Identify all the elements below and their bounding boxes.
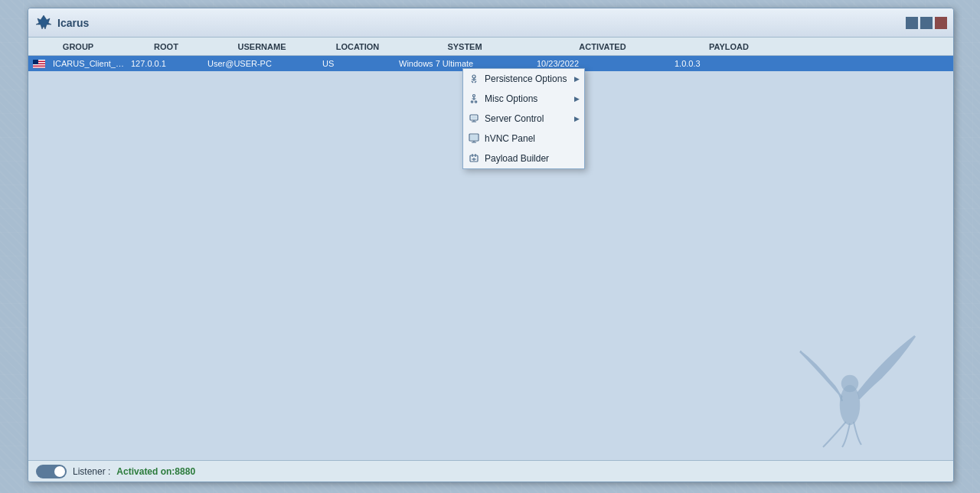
col-header-root: ROOT [128, 42, 204, 51]
persistence-options-label: Persistence Options [485, 73, 570, 84]
server-control-label: Server Control [485, 113, 570, 124]
misc-options-arrow: ▶ [574, 95, 580, 103]
row-flag [28, 60, 50, 68]
listener-toggle[interactable] [36, 465, 67, 478]
window-maximize-btn[interactable] [920, 17, 933, 29]
main-window: Icarus GROUP ROOT USERNAME LOCATION SYST… [28, 8, 954, 482]
row-username: User@USER-PC [204, 59, 319, 68]
server-control-arrow: ▶ [574, 115, 580, 122]
col-header-username: USERNAME [204, 42, 319, 51]
svg-point-14 [471, 101, 472, 103]
listener-status: Activated on:8880 [116, 466, 195, 477]
row-root: 127.0.0.1 [128, 59, 204, 68]
menu-item-payload-builder[interactable]: Payload Builder [463, 149, 584, 168]
context-menu: Persistence Options ▶ Misc Options ▶ [462, 68, 585, 169]
col-header-payload: PAYLOAD [671, 42, 786, 51]
row-activated: 10/23/2022 [534, 59, 671, 68]
svg-line-10 [475, 81, 476, 83]
svg-rect-3 [33, 64, 45, 66]
table-header: GROUP ROOT USERNAME LOCATION SYSTEM ACTI… [28, 38, 953, 56]
col-header-activated: ACTIVATED [534, 42, 671, 51]
menu-item-misc-options[interactable]: Misc Options ▶ [463, 89, 584, 109]
col-header-location: LOCATION [319, 42, 396, 51]
svg-point-30 [842, 376, 858, 391]
watermark-logo [792, 328, 930, 451]
col-header-group: GROUP [28, 42, 128, 51]
title-bar: Icarus [28, 8, 953, 38]
listener-label: Listener : [73, 466, 110, 477]
row-payload: 1.0.0.3 [671, 59, 786, 68]
svg-rect-5 [33, 60, 38, 64]
payload-builder-icon [468, 152, 480, 165]
window-minimize-btn[interactable] [906, 17, 918, 29]
menu-item-server-control[interactable]: Server Control ▶ [463, 109, 584, 129]
app-logo: Icarus [34, 14, 89, 32]
payload-builder-label: Payload Builder [485, 153, 580, 164]
row-system: Windows 7 Ultimate [396, 59, 534, 68]
window-close-btn[interactable] [935, 17, 947, 29]
misc-options-label: Misc Options [485, 93, 570, 104]
icarus-logo-icon [34, 14, 53, 32]
svg-rect-4 [33, 67, 45, 68]
status-bar: Listener : Activated on:8880 [28, 460, 953, 482]
misc-options-icon [468, 93, 480, 105]
row-group: ICARUS_Client_88935 [50, 59, 128, 68]
svg-rect-19 [472, 116, 477, 119]
col-header-system: SYSTEM [396, 42, 534, 51]
svg-point-11 [473, 95, 475, 97]
app-title: Icarus [57, 17, 89, 29]
persistence-options-icon [468, 73, 480, 85]
us-flag-icon [33, 60, 45, 68]
hvnc-panel-icon [468, 132, 480, 145]
menu-item-persistence-options[interactable]: Persistence Options ▶ [463, 69, 584, 89]
window-controls [906, 17, 947, 29]
row-location: US [319, 59, 396, 68]
menu-item-hvnc-panel[interactable]: hVNC Panel [463, 129, 584, 149]
server-control-icon [468, 113, 480, 125]
svg-point-15 [475, 101, 476, 103]
toggle-knob [54, 466, 65, 477]
svg-rect-21 [470, 135, 478, 140]
hvnc-panel-label: hVNC Panel [485, 133, 580, 144]
svg-line-9 [472, 81, 473, 83]
persistence-options-arrow: ▶ [574, 75, 580, 83]
svg-point-6 [472, 75, 475, 78]
